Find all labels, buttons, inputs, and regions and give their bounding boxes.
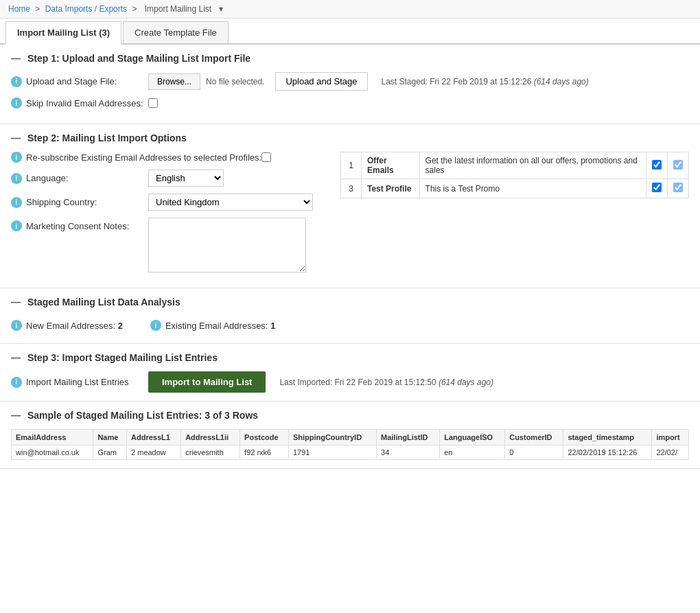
resubscribe-row: i Re-subscribe Existing Email Addresses … bbox=[11, 152, 327, 163]
resubscribe-label: Re-subscribe Existing Email Addresses to… bbox=[26, 152, 261, 163]
upload-label: Upload and Stage File: bbox=[26, 76, 117, 86]
breadcrumb-home[interactable]: Home bbox=[8, 4, 30, 14]
analysis-title: Staged Mailing List Data Analysis bbox=[27, 297, 180, 308]
marketing-info-icon[interactable]: i bbox=[11, 220, 22, 231]
table-cell: 34 bbox=[377, 446, 440, 460]
step3-collapse-btn[interactable]: — bbox=[11, 352, 21, 363]
marketing-row: i Marketing Consent Notes: bbox=[11, 218, 327, 273]
table-cell: 2 meadow bbox=[127, 446, 181, 460]
table-cell: crievesmith bbox=[181, 446, 240, 460]
language-label: Language: bbox=[26, 173, 68, 183]
sample-col-header: CustomerID bbox=[505, 430, 563, 446]
import-to-mailing-list-button[interactable]: Import to Mailing List bbox=[148, 371, 266, 393]
table-cell: 0 bbox=[505, 446, 563, 460]
language-row: i Language: English bbox=[11, 170, 327, 187]
import-entries-info-icon[interactable]: i bbox=[11, 377, 22, 388]
sample-collapse-btn[interactable]: — bbox=[11, 410, 21, 421]
skip-info-icon[interactable]: i bbox=[11, 97, 22, 108]
breadcrumb-data-imports[interactable]: Data Imports / Exports bbox=[45, 4, 127, 14]
new-emails-item: i New Email Addresses: 2 bbox=[11, 320, 123, 331]
step2-title: Step 2: Mailing List Import Options bbox=[27, 132, 187, 143]
marketing-label: Marketing Consent Notes: bbox=[26, 221, 129, 231]
sample-col-header: import bbox=[652, 430, 689, 446]
profile-num: 3 bbox=[341, 179, 362, 198]
last-imported-text: Last Imported: Fri 22 Feb 2019 at 15:12:… bbox=[279, 378, 493, 387]
tabs-container: Import Mailing List (3) Create Template … bbox=[0, 19, 700, 45]
marketing-consent-textarea[interactable] bbox=[148, 218, 306, 273]
step1-collapse-btn[interactable]: — bbox=[11, 53, 21, 64]
profile-checkbox1[interactable] bbox=[646, 152, 668, 179]
skip-invalid-row: i Skip Invalid Email Addresses: bbox=[11, 97, 689, 108]
table-cell: 22/02/ bbox=[652, 446, 689, 460]
last-staged-text: Last Staged: Fri 22 Feb 2019 at 15:12:26… bbox=[382, 77, 589, 86]
table-cell: 1791 bbox=[288, 446, 376, 460]
sample-col-header: AddressL1ii bbox=[181, 430, 240, 446]
profile-description: Get the latest information on all our of… bbox=[419, 152, 646, 179]
profile-description: This is a Test Promo bbox=[419, 179, 646, 198]
sample-col-header: staged_timestamp bbox=[563, 430, 652, 446]
sample-col-header: EmailAddress bbox=[12, 430, 93, 446]
language-info-icon[interactable]: i bbox=[11, 173, 22, 184]
step3-section: — Step 3: Import Staged Mailing List Ent… bbox=[0, 344, 700, 402]
sample-col-header: AddressL1 bbox=[127, 430, 181, 446]
tab-import-mailing-list[interactable]: Import Mailing List (3) bbox=[5, 21, 121, 45]
upload-file-row: i Upload and Stage File: Browse... No fi… bbox=[11, 72, 689, 91]
tab-create-template[interactable]: Create Template File bbox=[123, 21, 229, 43]
chevron-down-icon[interactable]: ▾ bbox=[219, 4, 223, 14]
table-cell: f92 rxk6 bbox=[240, 446, 289, 460]
skip-invalid-checkbox[interactable] bbox=[148, 98, 158, 108]
table-cell: Gram bbox=[93, 446, 127, 460]
breadcrumb: Home > Data Imports / Exports > Import M… bbox=[0, 0, 700, 19]
upload-stage-button[interactable]: Upload and Stage bbox=[275, 72, 367, 91]
sample-table: EmailAddressNameAddressL1AddressL1iiPost… bbox=[11, 429, 689, 460]
sample-col-header: ShippingCountryID bbox=[288, 430, 376, 446]
staged-analysis-section: — Staged Mailing List Data Analysis i Ne… bbox=[0, 288, 700, 344]
sample-section: — Sample of Staged Mailing List Entries:… bbox=[0, 402, 700, 469]
step2-left: i Re-subscribe Existing Email Addresses … bbox=[11, 152, 327, 279]
no-file-text: No file selected. bbox=[206, 77, 264, 86]
sample-col-header: Postcode bbox=[240, 430, 289, 446]
browse-button[interactable]: Browse... bbox=[148, 73, 200, 90]
profile-name: Test Profile bbox=[362, 179, 420, 198]
profile-checkbox2[interactable] bbox=[668, 179, 689, 198]
new-emails-info-icon[interactable]: i bbox=[11, 320, 22, 331]
step2-content: i Re-subscribe Existing Email Addresses … bbox=[11, 152, 689, 279]
analysis-row: i New Email Addresses: 2 i Existing Emai… bbox=[11, 316, 689, 335]
existing-emails-info-icon[interactable]: i bbox=[150, 320, 161, 331]
profile-num: 1 bbox=[341, 152, 362, 179]
existing-emails-label: Existing Email Addresses: bbox=[165, 321, 268, 331]
profile-name: Offer Emails bbox=[362, 152, 420, 179]
new-emails-value: 2 bbox=[118, 321, 123, 331]
analysis-collapse-btn[interactable]: — bbox=[11, 297, 21, 308]
sample-col-header: MailingListID bbox=[377, 430, 440, 446]
resubscribe-info-icon[interactable]: i bbox=[11, 152, 22, 163]
step2-collapse-btn[interactable]: — bbox=[11, 132, 21, 143]
import-row: i Import Mailing List Entries Import to … bbox=[11, 371, 689, 393]
table-cell: en bbox=[440, 446, 505, 460]
shipping-row: i Shipping Country: United Kingdom Unite… bbox=[11, 194, 327, 211]
existing-emails-value: 1 bbox=[270, 321, 275, 331]
step1-title: Step 1: Upload and Stage Mailing List Im… bbox=[27, 53, 250, 64]
new-emails-label: New Email Addresses: bbox=[26, 321, 115, 331]
table-cell: 22/02/2019 15:12:26 bbox=[563, 446, 652, 460]
sample-title: Sample of Staged Mailing List Entries: 3… bbox=[27, 410, 258, 421]
step3-title: Step 3: Import Staged Mailing List Entri… bbox=[27, 352, 218, 363]
step2-section: — Step 2: Mailing List Import Options i … bbox=[0, 124, 700, 288]
language-select[interactable]: English bbox=[148, 170, 224, 187]
existing-emails-item: i Existing Email Addresses: 1 bbox=[150, 320, 275, 331]
resubscribe-checkbox[interactable] bbox=[261, 152, 271, 162]
upload-info-icon[interactable]: i bbox=[11, 76, 22, 87]
profile-row: 1 Offer Emails Get the latest informatio… bbox=[341, 152, 689, 179]
breadcrumb-current: Import Mailing List bbox=[145, 4, 211, 14]
sample-col-header: LanguageISO bbox=[440, 430, 505, 446]
profile-checkbox1[interactable] bbox=[646, 179, 668, 198]
shipping-info-icon[interactable]: i bbox=[11, 197, 22, 208]
import-entries-label: Import Mailing List Entries bbox=[26, 377, 129, 387]
profile-checkbox2[interactable] bbox=[668, 152, 689, 179]
sample-table-wrapper: EmailAddressNameAddressL1AddressL1iiPost… bbox=[11, 429, 689, 460]
table-row: win@hotmail.co.ukGram2 meadowcrievesmith… bbox=[12, 446, 689, 460]
shipping-country-select[interactable]: United Kingdom United States France Germ… bbox=[148, 194, 313, 211]
step1-section: — Step 1: Upload and Stage Mailing List … bbox=[0, 45, 700, 124]
table-cell: win@hotmail.co.uk bbox=[12, 446, 93, 460]
sample-col-header: Name bbox=[93, 430, 127, 446]
